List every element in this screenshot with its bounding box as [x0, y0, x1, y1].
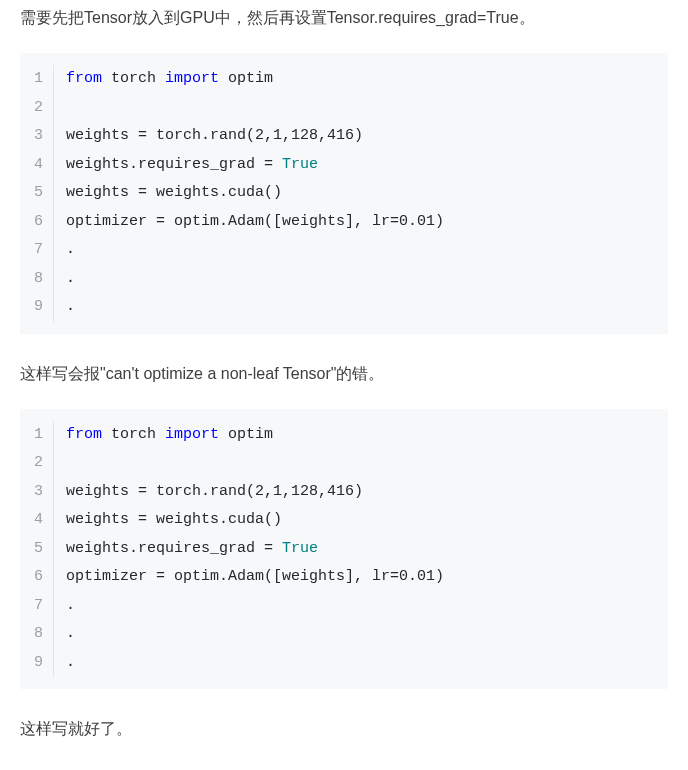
line-number: 2	[20, 94, 54, 123]
line-number: 8	[20, 265, 54, 294]
line-number: 7	[20, 592, 54, 621]
line-number: 7	[20, 236, 54, 265]
code-content	[66, 94, 75, 123]
code-content: weights = weights.cuda()	[66, 179, 282, 208]
line-number: 1	[20, 421, 54, 450]
line-number: 5	[20, 535, 54, 564]
code-line: 2	[20, 94, 668, 123]
code-content: .	[66, 265, 75, 294]
code-line: 8.	[20, 265, 668, 294]
code-content: weights.requires_grad = True	[66, 535, 318, 564]
code-content: from torch import optim	[66, 421, 273, 450]
code-line: 9.	[20, 649, 668, 678]
line-number: 2	[20, 449, 54, 478]
line-number: 6	[20, 563, 54, 592]
code-line: 6optimizer = optim.Adam([weights], lr=0.…	[20, 208, 668, 237]
code-content: .	[66, 592, 75, 621]
code-line: 4weights.requires_grad = True	[20, 151, 668, 180]
line-number: 1	[20, 65, 54, 94]
code-content: .	[66, 620, 75, 649]
code-content: optimizer = optim.Adam([weights], lr=0.0…	[66, 563, 444, 592]
code-content: .	[66, 649, 75, 678]
line-number: 9	[20, 293, 54, 322]
code-content: from torch import optim	[66, 65, 273, 94]
code-line: 3weights = torch.rand(2,1,128,416)	[20, 478, 668, 507]
code-block-2: 1from torch import optim2 3weights = tor…	[20, 409, 668, 690]
paragraph-intro: 需要先把Tensor放入到GPU中，然后再设置Tensor.requires_g…	[20, 4, 668, 31]
line-number: 4	[20, 506, 54, 535]
code-line: 9.	[20, 293, 668, 322]
code-content: optimizer = optim.Adam([weights], lr=0.0…	[66, 208, 444, 237]
code-content: .	[66, 236, 75, 265]
code-line: 8.	[20, 620, 668, 649]
line-number: 9	[20, 649, 54, 678]
code-line: 1from torch import optim	[20, 65, 668, 94]
code-line: 3weights = torch.rand(2,1,128,416)	[20, 122, 668, 151]
code-line: 7.	[20, 592, 668, 621]
code-line: 5weights = weights.cuda()	[20, 179, 668, 208]
code-line: 6optimizer = optim.Adam([weights], lr=0.…	[20, 563, 668, 592]
line-number: 4	[20, 151, 54, 180]
code-line: 1from torch import optim	[20, 421, 668, 450]
code-content: weights.requires_grad = True	[66, 151, 318, 180]
code-content: .	[66, 293, 75, 322]
code-line: 2	[20, 449, 668, 478]
code-block-1: 1from torch import optim2 3weights = tor…	[20, 53, 668, 334]
code-content: weights = torch.rand(2,1,128,416)	[66, 478, 363, 507]
paragraph-error-note: 这样写会报"can't optimize a non-leaf Tensor"的…	[20, 360, 668, 387]
line-number: 5	[20, 179, 54, 208]
line-number: 3	[20, 122, 54, 151]
code-content: weights = weights.cuda()	[66, 506, 282, 535]
line-number: 8	[20, 620, 54, 649]
line-number: 6	[20, 208, 54, 237]
code-content: weights = torch.rand(2,1,128,416)	[66, 122, 363, 151]
line-number: 3	[20, 478, 54, 507]
paragraph-conclusion: 这样写就好了。	[20, 715, 668, 742]
code-content	[66, 449, 75, 478]
code-line: 5weights.requires_grad = True	[20, 535, 668, 564]
code-line: 7.	[20, 236, 668, 265]
code-line: 4weights = weights.cuda()	[20, 506, 668, 535]
